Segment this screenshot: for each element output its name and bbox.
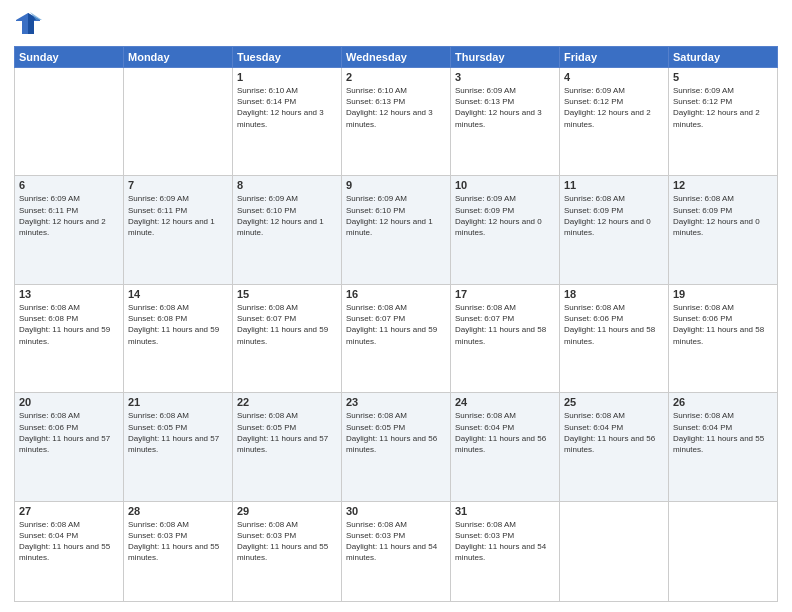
- day-number: 28: [128, 505, 228, 517]
- cell-info: Sunrise: 6:09 AM Sunset: 6:13 PM Dayligh…: [455, 85, 555, 130]
- week-row: 1Sunrise: 6:10 AM Sunset: 6:14 PM Daylig…: [15, 68, 778, 176]
- cell-info: Sunrise: 6:10 AM Sunset: 6:13 PM Dayligh…: [346, 85, 446, 130]
- day-number: 17: [455, 288, 555, 300]
- cell-info: Sunrise: 6:09 AM Sunset: 6:11 PM Dayligh…: [128, 193, 228, 238]
- week-row: 13Sunrise: 6:08 AM Sunset: 6:08 PM Dayli…: [15, 284, 778, 392]
- day-number: 19: [673, 288, 773, 300]
- cell-info: Sunrise: 6:08 AM Sunset: 6:04 PM Dayligh…: [673, 410, 773, 455]
- calendar-cell: 22Sunrise: 6:08 AM Sunset: 6:05 PM Dayli…: [233, 393, 342, 501]
- calendar-cell: [15, 68, 124, 176]
- week-row: 27Sunrise: 6:08 AM Sunset: 6:04 PM Dayli…: [15, 501, 778, 601]
- day-number: 1: [237, 71, 337, 83]
- cell-info: Sunrise: 6:08 AM Sunset: 6:03 PM Dayligh…: [128, 519, 228, 564]
- calendar-cell: [669, 501, 778, 601]
- calendar-cell: 29Sunrise: 6:08 AM Sunset: 6:03 PM Dayli…: [233, 501, 342, 601]
- cell-info: Sunrise: 6:08 AM Sunset: 6:05 PM Dayligh…: [346, 410, 446, 455]
- calendar-cell: 9Sunrise: 6:09 AM Sunset: 6:10 PM Daylig…: [342, 176, 451, 284]
- day-number: 11: [564, 179, 664, 191]
- calendar-cell: [124, 68, 233, 176]
- day-number: 14: [128, 288, 228, 300]
- calendar-cell: 28Sunrise: 6:08 AM Sunset: 6:03 PM Dayli…: [124, 501, 233, 601]
- day-number: 9: [346, 179, 446, 191]
- day-number: 27: [19, 505, 119, 517]
- calendar-cell: 5Sunrise: 6:09 AM Sunset: 6:12 PM Daylig…: [669, 68, 778, 176]
- calendar-cell: 20Sunrise: 6:08 AM Sunset: 6:06 PM Dayli…: [15, 393, 124, 501]
- day-number: 12: [673, 179, 773, 191]
- calendar-cell: 26Sunrise: 6:08 AM Sunset: 6:04 PM Dayli…: [669, 393, 778, 501]
- day-number: 16: [346, 288, 446, 300]
- col-header-sunday: Sunday: [15, 47, 124, 68]
- cell-info: Sunrise: 6:08 AM Sunset: 6:06 PM Dayligh…: [19, 410, 119, 455]
- cell-info: Sunrise: 6:09 AM Sunset: 6:10 PM Dayligh…: [237, 193, 337, 238]
- day-number: 7: [128, 179, 228, 191]
- calendar-cell: 25Sunrise: 6:08 AM Sunset: 6:04 PM Dayli…: [560, 393, 669, 501]
- calendar-cell: 3Sunrise: 6:09 AM Sunset: 6:13 PM Daylig…: [451, 68, 560, 176]
- logo-icon: [14, 10, 42, 38]
- calendar-cell: 1Sunrise: 6:10 AM Sunset: 6:14 PM Daylig…: [233, 68, 342, 176]
- header-row: SundayMondayTuesdayWednesdayThursdayFrid…: [15, 47, 778, 68]
- cell-info: Sunrise: 6:08 AM Sunset: 6:04 PM Dayligh…: [455, 410, 555, 455]
- calendar-cell: 16Sunrise: 6:08 AM Sunset: 6:07 PM Dayli…: [342, 284, 451, 392]
- logo: [14, 10, 46, 38]
- day-number: 10: [455, 179, 555, 191]
- cell-info: Sunrise: 6:08 AM Sunset: 6:07 PM Dayligh…: [346, 302, 446, 347]
- calendar-cell: [560, 501, 669, 601]
- day-number: 18: [564, 288, 664, 300]
- cell-info: Sunrise: 6:09 AM Sunset: 6:12 PM Dayligh…: [564, 85, 664, 130]
- day-number: 13: [19, 288, 119, 300]
- cell-info: Sunrise: 6:08 AM Sunset: 6:04 PM Dayligh…: [564, 410, 664, 455]
- col-header-monday: Monday: [124, 47, 233, 68]
- week-row: 6Sunrise: 6:09 AM Sunset: 6:11 PM Daylig…: [15, 176, 778, 284]
- day-number: 31: [455, 505, 555, 517]
- col-header-tuesday: Tuesday: [233, 47, 342, 68]
- cell-info: Sunrise: 6:08 AM Sunset: 6:09 PM Dayligh…: [673, 193, 773, 238]
- day-number: 29: [237, 505, 337, 517]
- day-number: 20: [19, 396, 119, 408]
- calendar-cell: 7Sunrise: 6:09 AM Sunset: 6:11 PM Daylig…: [124, 176, 233, 284]
- cell-info: Sunrise: 6:08 AM Sunset: 6:07 PM Dayligh…: [237, 302, 337, 347]
- day-number: 23: [346, 396, 446, 408]
- col-header-saturday: Saturday: [669, 47, 778, 68]
- cell-info: Sunrise: 6:09 AM Sunset: 6:09 PM Dayligh…: [455, 193, 555, 238]
- cell-info: Sunrise: 6:09 AM Sunset: 6:11 PM Dayligh…: [19, 193, 119, 238]
- day-number: 22: [237, 396, 337, 408]
- calendar-cell: 4Sunrise: 6:09 AM Sunset: 6:12 PM Daylig…: [560, 68, 669, 176]
- cell-info: Sunrise: 6:10 AM Sunset: 6:14 PM Dayligh…: [237, 85, 337, 130]
- col-header-friday: Friday: [560, 47, 669, 68]
- cell-info: Sunrise: 6:08 AM Sunset: 6:08 PM Dayligh…: [128, 302, 228, 347]
- calendar-cell: 17Sunrise: 6:08 AM Sunset: 6:07 PM Dayli…: [451, 284, 560, 392]
- calendar-cell: 27Sunrise: 6:08 AM Sunset: 6:04 PM Dayli…: [15, 501, 124, 601]
- calendar-cell: 19Sunrise: 6:08 AM Sunset: 6:06 PM Dayli…: [669, 284, 778, 392]
- cell-info: Sunrise: 6:08 AM Sunset: 6:08 PM Dayligh…: [19, 302, 119, 347]
- calendar-cell: 12Sunrise: 6:08 AM Sunset: 6:09 PM Dayli…: [669, 176, 778, 284]
- cell-info: Sunrise: 6:09 AM Sunset: 6:12 PM Dayligh…: [673, 85, 773, 130]
- calendar-table: SundayMondayTuesdayWednesdayThursdayFrid…: [14, 46, 778, 602]
- day-number: 2: [346, 71, 446, 83]
- day-number: 4: [564, 71, 664, 83]
- day-number: 25: [564, 396, 664, 408]
- cell-info: Sunrise: 6:08 AM Sunset: 6:06 PM Dayligh…: [673, 302, 773, 347]
- day-number: 15: [237, 288, 337, 300]
- cell-info: Sunrise: 6:08 AM Sunset: 6:09 PM Dayligh…: [564, 193, 664, 238]
- calendar-cell: 30Sunrise: 6:08 AM Sunset: 6:03 PM Dayli…: [342, 501, 451, 601]
- cell-info: Sunrise: 6:09 AM Sunset: 6:10 PM Dayligh…: [346, 193, 446, 238]
- calendar-cell: 21Sunrise: 6:08 AM Sunset: 6:05 PM Dayli…: [124, 393, 233, 501]
- calendar-cell: 18Sunrise: 6:08 AM Sunset: 6:06 PM Dayli…: [560, 284, 669, 392]
- cell-info: Sunrise: 6:08 AM Sunset: 6:03 PM Dayligh…: [237, 519, 337, 564]
- calendar-cell: 24Sunrise: 6:08 AM Sunset: 6:04 PM Dayli…: [451, 393, 560, 501]
- cell-info: Sunrise: 6:08 AM Sunset: 6:03 PM Dayligh…: [346, 519, 446, 564]
- calendar-cell: 10Sunrise: 6:09 AM Sunset: 6:09 PM Dayli…: [451, 176, 560, 284]
- day-number: 24: [455, 396, 555, 408]
- calendar-cell: 15Sunrise: 6:08 AM Sunset: 6:07 PM Dayli…: [233, 284, 342, 392]
- calendar-cell: 11Sunrise: 6:08 AM Sunset: 6:09 PM Dayli…: [560, 176, 669, 284]
- day-number: 8: [237, 179, 337, 191]
- calendar-cell: 8Sunrise: 6:09 AM Sunset: 6:10 PM Daylig…: [233, 176, 342, 284]
- week-row: 20Sunrise: 6:08 AM Sunset: 6:06 PM Dayli…: [15, 393, 778, 501]
- cell-info: Sunrise: 6:08 AM Sunset: 6:07 PM Dayligh…: [455, 302, 555, 347]
- col-header-wednesday: Wednesday: [342, 47, 451, 68]
- cell-info: Sunrise: 6:08 AM Sunset: 6:06 PM Dayligh…: [564, 302, 664, 347]
- cell-info: Sunrise: 6:08 AM Sunset: 6:05 PM Dayligh…: [128, 410, 228, 455]
- day-number: 6: [19, 179, 119, 191]
- page: SundayMondayTuesdayWednesdayThursdayFrid…: [0, 0, 792, 612]
- cell-info: Sunrise: 6:08 AM Sunset: 6:04 PM Dayligh…: [19, 519, 119, 564]
